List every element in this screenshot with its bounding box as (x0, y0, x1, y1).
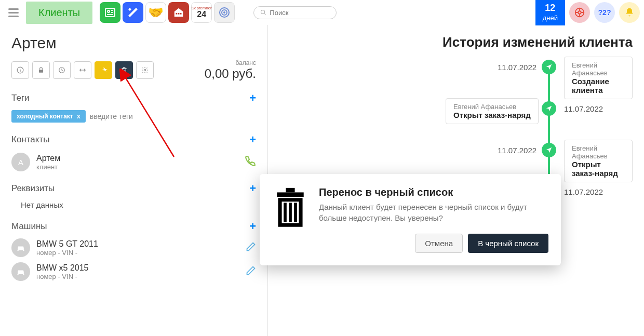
balance-value: 0,00 руб. (205, 66, 256, 81)
add-requisite-button[interactable]: + (249, 182, 256, 195)
support-icon[interactable] (569, 2, 590, 23)
car-item[interactable]: BMW 5 GT 2011 номер - VIN - (11, 238, 256, 257)
svg-rect-12 (39, 70, 43, 72)
contact-info: Артем клиент (36, 154, 60, 171)
svg-rect-18 (289, 203, 292, 222)
modal-actions: Отмена В черный список (319, 234, 548, 253)
contact-item[interactable]: А Артем клиент (11, 153, 256, 171)
client-name: Артем (11, 34, 256, 52)
timeline-card: Евгений Афанасьев Создание клиента (564, 57, 633, 99)
tag-remove-icon[interactable]: x (77, 113, 81, 120)
car-name: BMW x5 2015 (36, 263, 88, 273)
blacklist-modal: Перенос в черный список Данный клиент бу… (260, 174, 561, 265)
modal-title: Перенос в черный список (319, 186, 548, 198)
app-icons: 🤝 September 24 (100, 2, 235, 23)
cancel-button[interactable]: Отмена (415, 234, 463, 253)
app-icon-building[interactable] (168, 2, 189, 23)
section-cars-label: Машины (11, 221, 47, 232)
section-contacts-label: Контакты (11, 135, 49, 145)
edit-car-icon[interactable] (246, 265, 256, 278)
edit-car-icon[interactable] (246, 241, 256, 254)
nav-tab-clients[interactable]: Клиенты (26, 2, 92, 24)
svg-rect-19 (294, 203, 297, 222)
days-num: 12 (543, 3, 558, 14)
section-requisites: Реквизиты + (11, 182, 256, 195)
tag-chip[interactable]: холодный контакт x (11, 110, 86, 123)
timeline-action: Открыт заказ-наряд (453, 111, 531, 119)
calendar-day: 24 (197, 10, 206, 19)
top-right: 12 дней ?2? (535, 0, 640, 25)
app-icon-target[interactable] (214, 2, 235, 23)
svg-rect-3 (178, 13, 180, 15)
timeline-date: 11.07.2022 (498, 63, 536, 72)
add-tag-button[interactable]: + (249, 91, 256, 105)
section-requisites-label: Реквизиты (11, 183, 55, 194)
balance-block: баланс 0,00 руб. (205, 59, 256, 81)
swap-button[interactable] (74, 61, 91, 79)
days-badge[interactable]: 12 дней (535, 0, 565, 25)
svg-rect-0 (105, 8, 115, 17)
svg-rect-15 (277, 192, 303, 197)
svg-point-7 (224, 12, 225, 13)
phone-icon[interactable] (244, 154, 256, 170)
menu-button[interactable] (4, 3, 23, 22)
info-button[interactable] (11, 61, 29, 79)
modal-body: Перенос в черный список Данный клиент бу… (319, 186, 548, 253)
trash-icon (272, 186, 308, 253)
app-icon-id[interactable] (100, 2, 120, 23)
contact-role: клиент (36, 163, 60, 171)
history-title: История изменений клиента (279, 34, 633, 50)
app-icon-calendar[interactable]: September 24 (191, 2, 212, 23)
timeline-card: Евгений Афанасьев Открыт заказ-наряд (446, 98, 539, 124)
section-contacts: Контакты + (11, 133, 256, 146)
settings-button[interactable] (136, 61, 154, 79)
svg-rect-2 (176, 13, 178, 15)
timeline-date: 11.07.2022 (564, 104, 603, 113)
star-button[interactable] (95, 61, 112, 79)
help-icon[interactable]: ?2? (594, 2, 615, 23)
car-item[interactable]: BMW x5 2015 номер - VIN - (11, 262, 256, 281)
notifications-icon[interactable] (619, 2, 640, 23)
svg-point-10 (578, 11, 581, 14)
add-car-button[interactable]: + (249, 220, 256, 233)
lock-button[interactable] (32, 61, 50, 79)
timeline-card: Евгений Афанасьев Открыт заказ-наряд (564, 140, 633, 182)
timeline-dot (542, 101, 556, 116)
days-label: дней (543, 14, 558, 22)
car-icon (11, 262, 30, 281)
svg-rect-17 (284, 203, 287, 222)
timeline-date: 11.07.2022 (564, 187, 603, 196)
svg-point-8 (261, 10, 265, 14)
svg-point-1 (108, 10, 110, 12)
car-info: BMW x5 2015 номер - VIN - (36, 263, 88, 280)
contact-name: Артем (36, 154, 60, 163)
avatar: А (11, 153, 30, 171)
tag-row: холодный контакт x введите теги (11, 110, 256, 123)
add-contact-button[interactable]: + (249, 133, 256, 146)
section-tags-label: Теги (11, 93, 30, 103)
app-icon-handshake[interactable]: 🤝 (145, 2, 166, 23)
car-meta: номер - VIN - (36, 249, 98, 257)
timeline-author: Евгений Афанасьев (572, 61, 625, 77)
svg-rect-16 (286, 188, 294, 193)
timeline-date: 11.07.2022 (498, 146, 536, 155)
svg-rect-4 (180, 13, 182, 15)
tag-input-hint[interactable]: введите теги (90, 112, 133, 120)
balance-label: баланс (205, 59, 256, 66)
modal-text: Данный клиент будет перенесен в черный с… (319, 201, 548, 223)
tag-chip-label: холодный контакт (17, 113, 73, 120)
car-name: BMW 5 GT 2011 (36, 239, 98, 249)
search-input[interactable] (270, 9, 330, 17)
confirm-blacklist-button[interactable]: В черный список (468, 234, 548, 253)
timeline-dot (542, 60, 556, 74)
car-info: BMW 5 GT 2011 номер - VIN - (36, 239, 98, 257)
section-cars: Машины + (11, 220, 256, 233)
timeline-action: Создание клиента (572, 77, 625, 95)
delete-button[interactable] (115, 61, 133, 79)
app-icon-tools[interactable] (123, 2, 143, 23)
client-actions: баланс 0,00 руб. (11, 59, 256, 81)
left-panel: Артем баланс 0,00 руб. Теги + холодный к… (0, 25, 268, 336)
history-button[interactable] (53, 61, 71, 79)
search-box[interactable] (253, 6, 337, 19)
timeline-action: Открыт заказ-наряд (572, 160, 625, 178)
